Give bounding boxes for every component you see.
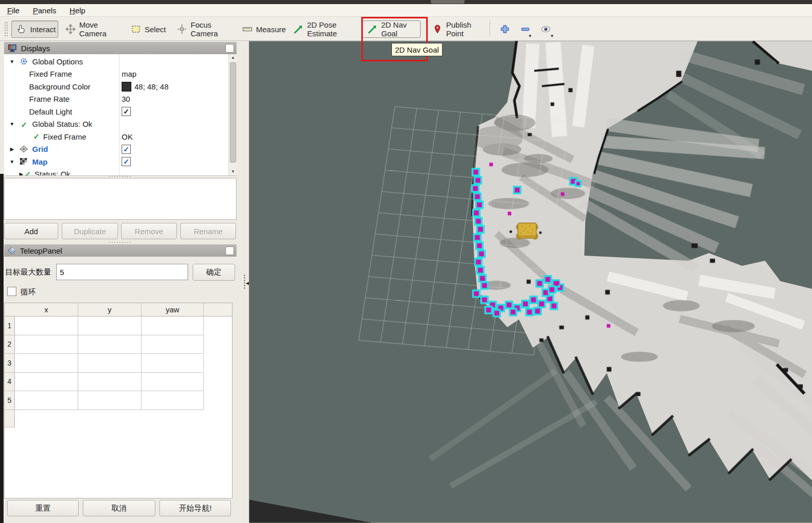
zoom-in-button[interactable] bbox=[498, 22, 512, 36]
menu-help[interactable]: Help bbox=[69, 6, 85, 15]
scrollbar-thumb[interactable] bbox=[230, 62, 236, 163]
eye-icon bbox=[540, 24, 551, 34]
row-header[interactable]: 1 bbox=[5, 316, 15, 335]
displays-tree[interactable]: ▼ Global Options Fixed Frame map Backgro… bbox=[4, 54, 237, 176]
cell-y-4[interactable] bbox=[78, 373, 142, 392]
measure-tool-button[interactable]: Measure bbox=[237, 20, 283, 38]
cancel-button[interactable]: 取消 bbox=[83, 500, 155, 516]
cell-yaw-1[interactable] bbox=[142, 316, 204, 335]
tool-label: Focus Camera bbox=[191, 20, 226, 38]
tool-label: Measure bbox=[256, 25, 286, 34]
scroll-up-arrow-icon[interactable]: ▲ bbox=[229, 54, 237, 61]
toolbar-grip[interactable] bbox=[4, 21, 8, 37]
cell-y-5[interactable] bbox=[78, 391, 142, 410]
tool-label: Interact bbox=[30, 25, 56, 34]
cell-y-3[interactable] bbox=[78, 354, 142, 373]
tree-row-global-status[interactable]: ▼ ✓ Global Status: Ok bbox=[4, 118, 228, 131]
panel-float-button[interactable] bbox=[225, 246, 234, 255]
tree-row-fixed-frame-status[interactable]: ✓ Fixed Frame OK bbox=[4, 130, 228, 143]
map-checkbox[interactable]: ✓ bbox=[122, 157, 131, 166]
duplicate-button[interactable]: Duplicate bbox=[62, 223, 118, 239]
rename-button[interactable]: Rename bbox=[180, 223, 236, 239]
cell-y-1[interactable] bbox=[78, 316, 142, 335]
focus-camera-tool-button[interactable]: Focus Camera bbox=[172, 20, 231, 38]
checkmark-icon: ✓ bbox=[123, 146, 129, 153]
teleop-panel-titlebar[interactable]: TeleopPanel bbox=[4, 244, 237, 257]
scroll-down-arrow-icon[interactable]: ▼ bbox=[229, 168, 237, 175]
confirm-button[interactable]: 确定 bbox=[193, 264, 235, 281]
tree-row-global-options[interactable]: ▼ Global Options bbox=[4, 55, 228, 68]
row-header[interactable]: 4 bbox=[5, 373, 15, 392]
toolbar-separator bbox=[490, 20, 490, 37]
interact-tool-button[interactable]: Interact bbox=[11, 20, 58, 38]
tool-label: Publish Point bbox=[446, 20, 479, 38]
plus-icon bbox=[500, 24, 510, 34]
collapse-arrow-icon[interactable]: ▼ bbox=[9, 159, 15, 165]
selection-box-icon bbox=[131, 24, 141, 34]
column-header-yaw[interactable]: yaw bbox=[142, 303, 204, 316]
frame-rate-value[interactable]: 30 bbox=[122, 95, 130, 103]
menu-panels[interactable]: Panels bbox=[33, 6, 56, 15]
publish-point-tool-button[interactable]: Publish Point bbox=[427, 20, 484, 38]
status-ok-check-icon: ✓ bbox=[19, 120, 29, 128]
row-header[interactable]: 2 bbox=[5, 335, 15, 354]
cell-x-5[interactable] bbox=[15, 391, 78, 410]
splitter-dots[interactable] bbox=[108, 175, 131, 177]
panel-splitter[interactable] bbox=[244, 274, 245, 289]
expand-arrow-icon[interactable]: ▶ bbox=[9, 146, 15, 152]
collapse-arrow-icon[interactable]: ▼ bbox=[9, 59, 15, 64]
menu-file[interactable]: File bbox=[7, 6, 19, 15]
cell-yaw-2[interactable] bbox=[142, 335, 204, 354]
zoom-out-dropdown-caret[interactable]: ▾ bbox=[529, 34, 531, 38]
collapse-arrow-icon[interactable]: ▼ bbox=[9, 121, 15, 127]
column-header-y[interactable]: y bbox=[78, 303, 142, 316]
select-tool-button[interactable]: Select bbox=[126, 20, 165, 38]
max-goal-input[interactable] bbox=[56, 264, 188, 280]
nav-goal-tooltip: 2D Nav Goal bbox=[391, 43, 443, 56]
cell-x-3[interactable] bbox=[15, 354, 78, 373]
loop-checkbox[interactable] bbox=[7, 287, 16, 296]
reset-button[interactable]: 重置 bbox=[7, 500, 79, 516]
cell-y-2[interactable] bbox=[78, 335, 142, 354]
tree-row-fixed-frame[interactable]: Fixed Frame map bbox=[4, 68, 228, 81]
cell-yaw-5[interactable] bbox=[142, 391, 204, 410]
tree-row-map[interactable]: ▼ Map ✓ bbox=[4, 155, 228, 168]
start-navigation-button[interactable]: 开始导航! bbox=[159, 500, 231, 516]
default-light-checkbox[interactable]: ✓ bbox=[122, 107, 131, 116]
background-color-value[interactable]: 48; 48; 48 bbox=[122, 82, 169, 92]
crosshair-icon bbox=[177, 24, 187, 34]
cell-x-1[interactable] bbox=[15, 316, 78, 335]
column-header-x[interactable]: x bbox=[15, 303, 78, 316]
tree-row-frame-rate[interactable]: Frame Rate 30 bbox=[4, 93, 228, 106]
splitter-dots[interactable] bbox=[108, 241, 131, 243]
expand-arrow-icon[interactable]: ▶ bbox=[18, 171, 25, 176]
pose-estimate-tool-button[interactable]: 2D Pose Estimate bbox=[288, 20, 357, 38]
gear-icon bbox=[19, 57, 28, 65]
tree-row-map-status[interactable]: ▶ ✓ Status: Ok bbox=[4, 168, 228, 176]
tooltip-text: 2D Nav Goal bbox=[395, 46, 439, 54]
cell-yaw-3[interactable] bbox=[142, 354, 204, 373]
goals-table[interactable]: x y yaw 1 2 3 4 5 bbox=[4, 303, 233, 498]
nav-goal-tool-button[interactable]: 2D Nav Goal bbox=[362, 20, 421, 38]
tree-row-grid[interactable]: ▶ Grid ✓ bbox=[4, 143, 228, 156]
cell-x-4[interactable] bbox=[15, 373, 78, 392]
move-camera-tool-button[interactable]: Move Camera bbox=[60, 20, 118, 38]
tree-row-default-light[interactable]: Default Light ✓ bbox=[4, 105, 228, 118]
checkmark-icon: ✓ bbox=[123, 108, 129, 115]
fixed-frame-value[interactable]: map bbox=[122, 70, 136, 78]
panel-float-button[interactable] bbox=[225, 44, 234, 53]
cell-x-2[interactable] bbox=[15, 335, 78, 354]
tree-row-background-color[interactable]: Background Color 48; 48; 48 bbox=[4, 80, 228, 93]
row-header[interactable]: 3 bbox=[5, 354, 15, 373]
displays-scrollbar[interactable]: ▲ ▼ bbox=[228, 54, 237, 175]
cell-yaw-4[interactable] bbox=[142, 373, 204, 392]
grid-checkbox[interactable]: ✓ bbox=[122, 145, 131, 154]
view-dropdown-caret[interactable]: ▾ bbox=[551, 34, 553, 38]
remove-button[interactable]: Remove bbox=[121, 223, 177, 239]
add-button[interactable]: Add bbox=[4, 223, 58, 239]
displays-panel-titlebar[interactable]: Displays bbox=[4, 42, 237, 54]
loop-label: 循环 bbox=[20, 287, 36, 297]
row-header[interactable]: 5 bbox=[5, 391, 15, 410]
grid-icon bbox=[19, 145, 28, 153]
3d-viewport-canvas[interactable] bbox=[249, 41, 812, 523]
